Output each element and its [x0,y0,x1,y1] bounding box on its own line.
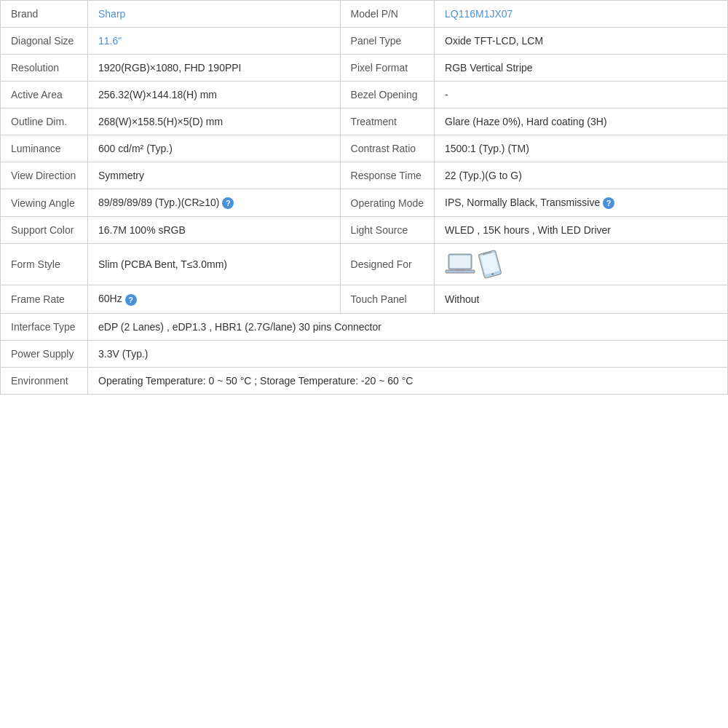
label-cell: Viewing Angle [1,189,88,217]
help-icon[interactable]: ? [125,294,137,306]
value-cell: Sharp [88,1,341,28]
label-cell: Brand [1,1,88,28]
tablet-icon [477,249,503,280]
label-cell: Operating Mode [340,189,434,217]
value-cell: 268(W)×158.5(H)×5(D) mm [88,108,341,135]
value-cell: Glare (Haze 0%), Hard coating (3H) [435,108,728,135]
value-cell: 1920(RGB)×1080, FHD 190PPI [88,55,341,82]
value-cell: Oxide TFT-LCD, LCM [435,28,728,55]
label-cell: Diagonal Size [1,28,88,55]
label-cell: Support Color [1,217,88,244]
label-cell: Outline Dim. [1,108,88,135]
label-cell: Active Area [1,82,88,108]
help-icon[interactable]: ? [222,197,234,209]
value-cell: Slim (PCBA Bent, T≤3.0mm) [88,244,341,285]
value-text: 89/89/89/89 (Typ.)(CR≥10) [98,197,219,208]
label-cell: Light Source [340,217,434,244]
label-cell: Touch Panel [340,285,434,313]
label-cell: Panel Type [340,28,434,55]
label-cell: Luminance [1,135,88,162]
value-cell: 60Hz? [88,285,341,313]
value-cell: 256.32(W)×144.18(H) mm [88,82,341,108]
value-cell: Without [435,285,728,313]
label-cell: Frame Rate [1,285,88,313]
label-cell: Power Supply [1,340,88,367]
value-text: 60Hz [98,293,122,304]
svg-rect-1 [450,256,470,268]
value-cell: 11.6" [88,28,341,55]
value-cell: 89/89/89/89 (Typ.)(CR≥10)? [88,189,341,217]
help-icon[interactable]: ? [603,197,614,209]
value-link[interactable]: Sharp [98,8,125,20]
label-cell: Model P/N [340,1,434,28]
value-link[interactable]: LQ116M1JX07 [445,8,513,20]
value-cell: LQ116M1JX07 [435,1,728,28]
label-cell: Designed For [340,244,434,285]
value-cell: 3.3V (Typ.) [88,340,728,367]
value-cell: IPS, Normally Black, Transmissive? [435,189,728,217]
value-cell: RGB Vertical Stripe [435,55,728,82]
label-cell: Resolution [1,55,88,82]
label-cell: Response Time [340,162,434,189]
value-cell: Operating Temperature: 0 ~ 50 °C ; Stora… [88,367,728,394]
value-cell: - [435,82,728,108]
value-cell: 22 (Typ.)(G to G) [435,162,728,189]
value-cell: 600 cd/m² (Typ.) [88,135,341,162]
label-cell: Interface Type [1,313,88,340]
value-cell: WLED , 15K hours , With LED Driver [435,217,728,244]
spec-table: BrandSharpModel P/NLQ116M1JX07Diagonal S… [0,0,728,395]
label-cell: Pixel Format [340,55,434,82]
value-cell: 16.7M 100% sRGB [88,217,341,244]
value-cell [435,244,728,285]
label-cell: Bezel Opening [340,82,434,108]
value-text: IPS, Normally Black, Transmissive [445,197,600,208]
value-cell: 1500:1 (Typ.) (TM) [435,135,728,162]
laptop-icon [445,252,475,277]
svg-rect-3 [455,269,465,271]
device-icons [445,251,717,277]
value-cell: Symmetry [88,162,341,189]
label-cell: Contrast Ratio [340,135,434,162]
label-cell: Environment [1,367,88,394]
label-cell: View Direction [1,162,88,189]
label-cell: Form Style [1,244,88,285]
value-link[interactable]: 11.6" [98,35,122,47]
label-cell: Treatment [340,108,434,135]
value-cell: eDP (2 Lanes) , eDP1.3 , HBR1 (2.7G/lane… [88,313,728,340]
